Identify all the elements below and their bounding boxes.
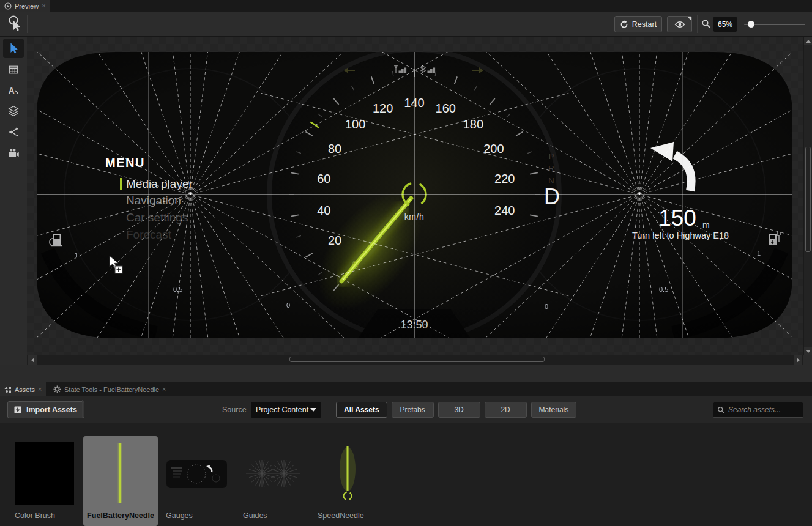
filter-materials[interactable]: Materials — [531, 402, 577, 418]
tab-state-tools[interactable]: State Tools - FuelBatteryNeedle × — [49, 382, 171, 396]
left-tool-rail: A — [0, 37, 27, 365]
color-brush-thumbnail — [15, 442, 74, 505]
search-icon — [717, 406, 725, 414]
preview-toolbar: Restart 65% — [0, 12, 812, 37]
guide-value-label-3: 0 — [545, 303, 548, 310]
fuel-battery-needle-thumbnail — [91, 442, 149, 505]
asset-thumb-color-brush[interactable] — [15, 442, 74, 505]
play-icon — [4, 2, 12, 10]
font-icon: A — [7, 84, 20, 97]
gauges-thumbnail — [166, 460, 227, 488]
asset-thumb-fuelbatteryneedle[interactable] — [91, 442, 149, 507]
scroll-left-button[interactable] — [28, 355, 37, 365]
scroll-down-button[interactable] — [804, 347, 812, 355]
restart-button[interactable]: Restart — [614, 16, 662, 32]
search-input[interactable] — [728, 406, 795, 414]
assets-grid: Color BrushFuelBatteryNeedleGaugesGuides… — [0, 423, 812, 526]
source-label: Source — [222, 406, 247, 414]
asset-thumb-speedneedle[interactable] — [318, 442, 377, 507]
zoom-slider-thumb[interactable] — [748, 21, 754, 28]
panel-gap — [0, 365, 812, 382]
svg-text:A: A — [9, 86, 15, 95]
vertical-scrollbar[interactable] — [803, 37, 812, 355]
tab-state-tools-close-icon[interactable]: × — [162, 386, 166, 393]
asset-search-box[interactable] — [713, 402, 803, 418]
zoom-magnifier-icon — [701, 19, 711, 31]
bottom-tab-bar: Assets × State Tools - FuelBatteryNeedle… — [0, 382, 812, 396]
zoom-level-value[interactable]: 65% — [713, 17, 737, 32]
guide-value-label-5: 1 — [757, 250, 761, 257]
layers-button[interactable] — [3, 102, 24, 121]
asset-label-fuelbatteryneedle: FuelBatteryNeedle — [83, 511, 158, 520]
preview-canvas[interactable]: 020406080100120140160180200220240 km/h — [27, 37, 803, 355]
tab-preview-close-icon[interactable]: × — [42, 2, 45, 9]
import-icon — [13, 405, 23, 415]
assets-toolbar: Import Assets Source Project Content All… — [0, 396, 812, 423]
interaction-mode-icon[interactable] — [6, 15, 23, 35]
vertical-scroll-handle[interactable] — [805, 147, 811, 252]
toolbar-separator-2 — [697, 15, 698, 33]
top-tab-bar: Preview × — [0, 0, 812, 12]
import-assets-label: Import Assets — [26, 406, 77, 414]
restart-icon — [620, 20, 628, 29]
select-tool-button[interactable] — [3, 39, 24, 58]
tab-preview-label: Preview — [15, 2, 39, 10]
scroll-right-button[interactable] — [794, 355, 802, 365]
camera-button[interactable] — [3, 143, 24, 163]
scroll-up-button[interactable] — [804, 37, 812, 45]
connections-button[interactable] — [3, 122, 24, 142]
video-camera-icon — [7, 146, 20, 160]
filter-2d[interactable]: 2D — [485, 402, 527, 418]
layers-icon — [7, 105, 20, 118]
guide-value-label-4: 0.5 — [659, 286, 668, 293]
restart-label: Restart — [632, 20, 657, 29]
horizontal-scrollbar[interactable] — [27, 355, 803, 365]
source-dropdown[interactable]: Project Content — [251, 402, 321, 418]
source-dropdown-value: Project Content — [256, 406, 308, 414]
toolbar-separator — [27, 15, 28, 33]
visibility-button[interactable] — [667, 16, 692, 32]
asset-thumb-gauges[interactable] — [166, 460, 227, 490]
guide-value-label-2: 0 — [286, 302, 290, 309]
import-assets-button[interactable]: Import Assets — [7, 401, 84, 418]
eye-icon — [674, 21, 685, 28]
guide-value-label-0: 1 — [75, 251, 78, 259]
asset-filter-chips: All AssetsPrefabs3D2DMaterials — [336, 402, 576, 418]
tab-assets-close-icon[interactable]: × — [38, 386, 42, 393]
assets-toolbar-separator — [82, 400, 83, 418]
filter-3d[interactable]: 3D — [438, 402, 480, 418]
dropdown-arrow-icon — [310, 408, 316, 412]
application-window: Preview × Restart — [0, 0, 812, 526]
guides-thumbnail — [244, 442, 302, 505]
tab-state-tools-label: State Tools - FuelBatteryNeedle — [64, 386, 159, 393]
asset-label-speedneedle: SpeedNeedle — [318, 511, 364, 520]
horizontal-scroll-handle[interactable] — [289, 357, 545, 362]
table-icon — [7, 64, 20, 76]
tab-assets[interactable]: Assets × — [0, 382, 46, 396]
tab-assets-label: Assets — [15, 386, 35, 393]
filter-all-assets[interactable]: All Assets — [336, 402, 387, 418]
asset-label-gauges: Gauges — [166, 511, 193, 520]
assets-icon — [4, 386, 12, 393]
flow-arrows-icon — [7, 125, 20, 139]
guide-value-label-1: 0.5 — [173, 286, 182, 293]
instrument-cluster-preview: 020406080100120140160180200220240 km/h — [37, 52, 792, 338]
table-view-button[interactable] — [3, 60, 24, 80]
font-tool-button[interactable]: A — [3, 81, 24, 100]
tab-preview[interactable]: Preview × — [0, 0, 50, 12]
filter-prefabs[interactable]: Prefabs — [392, 402, 434, 418]
asset-label-color-brush: Color Brush — [15, 511, 55, 520]
gear-icon — [53, 385, 61, 393]
asset-thumb-guides[interactable] — [244, 442, 302, 507]
select-arrow-icon — [7, 42, 20, 55]
speed-needle-thumbnail — [318, 442, 377, 505]
asset-label-guides: Guides — [243, 511, 267, 520]
